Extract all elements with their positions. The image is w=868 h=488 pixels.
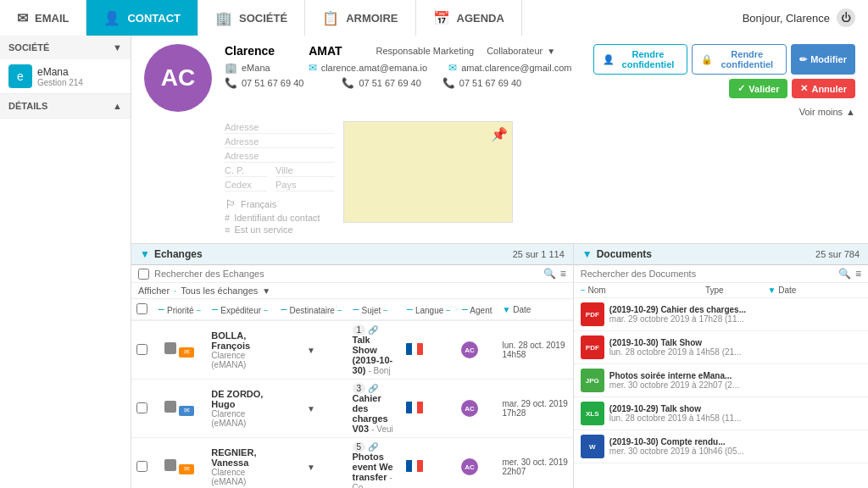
echanges-filter-dropdown[interactable]: ▼ (262, 286, 270, 296)
modifier-button[interactable]: ✏ Modifier (791, 44, 855, 75)
address-cedex[interactable]: Cedex (225, 179, 267, 191)
address-field3[interactable]: Adresse (225, 150, 335, 163)
th-priorite: − Priorité − (153, 299, 206, 320)
doc-name: (2019-10-29) Cahier des charges... (609, 305, 746, 314)
echanges-search-icon[interactable]: 🔍 (543, 268, 556, 280)
contact-name-row: Clarence AMAT Responsable Marketing Coll… (225, 44, 572, 58)
sidebar-emana-item[interactable]: e eMana Gestion 214 (0, 59, 131, 93)
contact-info-row1: 🏢 eMana ✉ clarence.amat@emana.io ✉ amat.… (225, 62, 572, 74)
table-row[interactable]: ✉ REGNIER, Vanessa Clarence (eMANA) ▼ 5 … (131, 438, 573, 489)
annuler-button[interactable]: ✕ Annuler (792, 79, 855, 98)
row-checkbox-cell[interactable] (131, 438, 153, 489)
time-text: 17h28 (503, 408, 568, 418)
sidebar-societe-header[interactable]: SOCIÉTÉ ▼ (0, 36, 131, 59)
sender-name: DE ZORDO, Hugo (211, 389, 270, 409)
header-checkbox[interactable] (136, 303, 147, 314)
valider-button[interactable]: ✓ Valider (729, 79, 787, 98)
flag-blue (406, 402, 412, 413)
destinataire-dropdown[interactable]: ▼ (307, 463, 315, 472)
row-langue (401, 380, 456, 438)
echanges-filter-icon[interactable]: ≡ (560, 268, 566, 280)
row-checkbox[interactable] (136, 402, 147, 413)
rendre-confidentiel1-button[interactable]: 👤 Rendre confidentiel (593, 44, 688, 75)
type-dropdown-arrow[interactable]: ▼ (547, 47, 555, 56)
tab-agenda[interactable]: 📅 AGENDA (416, 0, 522, 36)
rendre-confidentiel2-button[interactable]: 🔒 Rendre confidentiel (692, 44, 787, 75)
action-buttons: 👤 Rendre confidentiel 🔒 Rendre confident… (585, 44, 855, 117)
extra-fields: 🏳 Français # Identifiant du contact ≡ Es… (225, 197, 335, 235)
address-field1[interactable]: Adresse (225, 121, 335, 134)
power-button[interactable]: ⏻ (837, 8, 855, 27)
list-item[interactable]: PDF (2019-10-30) Talk Show lun. 28 octob… (574, 331, 868, 364)
doc-date: mar. 29 octobre 2019 à 17h28 (11... (609, 314, 746, 324)
address-map-row: Adresse Adresse Adresse C. P. Ville Cede… (225, 121, 855, 235)
row-expediteur: BOLLA, François Clarence (eMANA) (206, 320, 275, 380)
table-row[interactable]: ✉ DE ZORDO, Hugo Clarence (eMANA) ▼ 3 🔗 … (131, 380, 573, 438)
word-icon: W (581, 435, 604, 458)
documents-search-input[interactable] (581, 269, 838, 279)
voir-moins-link[interactable]: Voir moins ▲ (799, 107, 855, 117)
th-date: ▼ Date (498, 299, 573, 320)
content-area: AC Clarence AMAT Responsable Marketing C… (131, 36, 868, 488)
avatar-initials: AC (161, 64, 195, 92)
tab-email[interactable]: ✉ EMAIL (0, 0, 86, 36)
lock2-icon: 🔒 (701, 54, 713, 65)
tab-armoire-label: ARMOIRE (346, 12, 398, 25)
doc-info: (2019-10-30) Talk Show lun. 28 octobre 2… (609, 338, 742, 357)
row-checkbox[interactable] (136, 344, 147, 355)
doc-name: (2019-10-30) Talk Show (609, 338, 742, 347)
address-city[interactable]: Ville (275, 164, 335, 177)
agent-avatar: AC (461, 341, 478, 358)
address-pays[interactable]: Pays (275, 179, 335, 191)
tab-contact[interactable]: 👤 CONTACT (86, 0, 198, 36)
voir-moins-label: Voir moins (799, 107, 843, 117)
documents-search-icon[interactable]: 🔍 (838, 268, 851, 280)
email1-icon: ✉ (309, 62, 317, 74)
identifier-field[interactable]: # Identifiant du contact (225, 213, 335, 223)
row-date: mar. 29 oct. 2019 17h28 (498, 380, 573, 438)
avatar: AC (144, 44, 212, 112)
emana-icon: e (8, 64, 32, 88)
address-cp[interactable]: C. P. (225, 164, 267, 177)
email1-info: ✉ clarence.amat@emana.io (309, 62, 428, 74)
list-item[interactable]: JPG Photos soirée interne eMana... mer. … (574, 364, 868, 397)
table-row[interactable]: ✉ BOLLA, François Clarence (eMANA) ▼ 1 🔗… (131, 320, 573, 380)
documents-filter-icon[interactable]: ≡ (855, 268, 861, 280)
priorite-minus[interactable]: − (158, 302, 164, 316)
sidebar-details-label: DÉTAILS (8, 101, 47, 111)
flag-inner (406, 460, 423, 472)
service-field[interactable]: ≡ Est un service (225, 225, 335, 235)
documents-list: PDF (2019-10-29) Cahier des charges... m… (574, 298, 868, 488)
calendar-icon: 📅 (433, 10, 450, 26)
echanges-search-input[interactable] (154, 269, 543, 279)
tab-societe[interactable]: 🏢 SOCIÉTÉ (198, 0, 305, 36)
list-item[interactable]: XLS (2019-10-29) Talk show lun. 28 octob… (574, 397, 868, 430)
phone3-info: 📞 07 51 67 69 40 (442, 77, 521, 89)
destinataire-dropdown[interactable]: ▼ (307, 404, 315, 413)
lock-icon: 👤 (603, 54, 615, 65)
row-checkbox-cell[interactable] (131, 380, 153, 438)
row-checkbox-cell[interactable] (131, 320, 153, 380)
doc-info: (2019-10-29) Cahier des charges... mar. … (609, 305, 746, 324)
address-field2[interactable]: Adresse (225, 136, 335, 148)
row-checkbox[interactable] (136, 461, 147, 472)
company-info: 🏢 eMana (225, 62, 270, 74)
destinataire-dropdown[interactable]: ▼ (307, 346, 315, 355)
sidebar-details-header[interactable]: DÉTAILS ▲ (0, 94, 131, 118)
list-item[interactable]: W (2019-10-30) Compte rendu... mer. 30 o… (574, 430, 868, 463)
documents-title-text: Documents (597, 248, 652, 260)
action-row1: 👤 Rendre confidentiel 🔒 Rendre confident… (593, 44, 855, 75)
tab-armoire[interactable]: 📋 ARMOIRE (305, 0, 415, 36)
address-cp-city-row: C. P. Ville (225, 164, 335, 177)
row-sujet: 1 🔗 Talk Show (2019-10-30) - Bonj (348, 320, 401, 380)
flag-fr (406, 343, 423, 355)
echanges-filter-value[interactable]: Tous les échanges (181, 286, 258, 296)
list-item[interactable]: PDF (2019-10-29) Cahier des charges... m… (574, 298, 868, 331)
flag-blue (406, 343, 412, 355)
select-all-checkbox[interactable] (138, 269, 149, 280)
echanges-table-header: − Priorité − − Expéditeur − (131, 299, 573, 320)
pdf-icon: PDF (581, 302, 604, 326)
row-agent: AC (456, 320, 498, 380)
contact-phone2: 07 51 67 69 40 (359, 78, 420, 88)
doc-info: (2019-10-29) Talk show lun. 28 octobre 2… (609, 404, 742, 423)
